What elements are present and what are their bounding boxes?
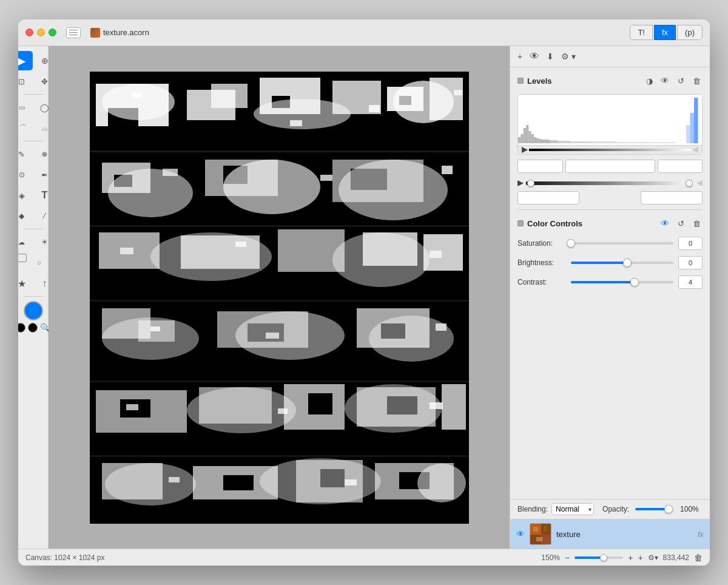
add-layer-icon[interactable]: +: [638, 553, 642, 563]
svg-point-47: [235, 311, 345, 360]
svg-rect-98: [531, 134, 534, 143]
levels-mid-input[interactable]: 0.01: [565, 160, 655, 173]
main-area: ▶ ⊕ ⊡ ✥ ▭ ◯ ⌒ ⌓ ✎ ✵ ⊙ ✒: [18, 46, 710, 549]
zoom-slider-track[interactable]: [575, 556, 623, 559]
svg-rect-80: [442, 166, 453, 174]
texture-image: [90, 72, 469, 524]
select-tool[interactable]: ▶: [18, 51, 33, 70]
svg-rect-75: [290, 120, 302, 126]
saturation-slider[interactable]: [571, 242, 673, 245]
levels-min-input[interactable]: 0: [517, 160, 563, 173]
brightness-slider[interactable]: [571, 262, 673, 264]
levels-reset-icon[interactable]: ↺: [675, 75, 687, 87]
color-controls-filter-icons: 👁 ↺ 🗑: [659, 217, 703, 229]
blend-mode-select-wrapper[interactable]: Normal Multiply Screen Overlay ▾: [551, 503, 594, 515]
layer-visibility-icon[interactable]: 👁: [516, 529, 525, 539]
brush-tool[interactable]: ✎: [18, 144, 33, 164]
svg-rect-36: [90, 300, 469, 302]
levels-output-min[interactable]: 0: [517, 191, 579, 205]
opacity-slider-handle[interactable]: [664, 505, 673, 513]
zoom-slider-handle[interactable]: [600, 554, 607, 561]
svg-rect-86: [436, 323, 447, 331]
svg-rect-61: [90, 455, 469, 457]
tab-p[interactable]: (p): [677, 25, 703, 40]
svg-rect-109: [649, 142, 675, 143]
ellipse-shape-tool[interactable]: ○: [29, 253, 50, 272]
levels-filter-icons: ◑ 👁 ↺ 🗑: [643, 75, 703, 87]
svg-rect-112: [686, 125, 690, 143]
contrast-slider-handle[interactable]: [630, 278, 639, 286]
svg-rect-108: [616, 142, 649, 143]
brightness-slider-handle[interactable]: [623, 259, 632, 267]
svg-rect-99: [534, 137, 536, 143]
color-controls-toggle[interactable]: [517, 220, 524, 226]
lasso-tool[interactable]: ⌒: [18, 118, 33, 138]
levels-left-handle[interactable]: [522, 147, 528, 153]
blend-mode-select[interactable]: Normal Multiply Screen Overlay: [551, 503, 594, 515]
fill-tool[interactable]: ◈: [18, 186, 33, 205]
layer-item[interactable]: 👁 texture fx: [510, 519, 710, 549]
svg-rect-118: [536, 537, 542, 541]
output-left-handle[interactable]: [517, 180, 524, 186]
settings-icon[interactable]: ⚙ ▾: [561, 52, 576, 61]
opacity-slider-track[interactable]: [635, 508, 672, 510]
svg-rect-103: [544, 140, 550, 143]
levels-right-handle[interactable]: [692, 147, 698, 153]
eye-icon[interactable]: 👁: [530, 51, 539, 62]
minimize-button[interactable]: [37, 29, 45, 36]
layer-fx-label[interactable]: fx: [698, 530, 704, 539]
svg-rect-49: [90, 380, 469, 382]
levels-halfcircle-icon[interactable]: ◑: [643, 75, 655, 87]
sidebar-toggle-button[interactable]: [66, 27, 81, 38]
saturation-slider-handle[interactable]: [567, 239, 575, 248]
svg-rect-74: [132, 93, 141, 98]
blur-tool[interactable]: ☁: [18, 232, 33, 252]
maximize-button[interactable]: [49, 29, 56, 36]
primary-color-swatch[interactable]: [24, 301, 43, 320]
crop-tool[interactable]: ⊡: [18, 72, 33, 91]
color-controls-header: Color Controls 👁 ↺ 🗑: [517, 215, 703, 232]
delete-icon-bottom[interactable]: 🗑: [694, 553, 703, 563]
svg-rect-91: [345, 479, 357, 485]
rect-select-tool[interactable]: ▭: [18, 98, 33, 117]
svg-rect-105: [558, 141, 571, 143]
tab-fx[interactable]: fx: [654, 25, 676, 40]
svg-point-24: [108, 169, 193, 217]
brightness-row: Brightness: 0: [517, 256, 703, 269]
levels-toggle[interactable]: [517, 78, 524, 84]
output-right-handle[interactable]: [696, 180, 703, 186]
close-button[interactable]: [25, 29, 33, 36]
cc-reset-icon[interactable]: ↺: [675, 217, 687, 229]
levels-eye-icon[interactable]: 👁: [659, 75, 671, 87]
cc-delete-icon[interactable]: 🗑: [690, 217, 703, 229]
dot-icon: ·: [28, 323, 38, 333]
rect-shape-tool[interactable]: [18, 254, 27, 262]
star-tool[interactable]: ★: [18, 274, 33, 293]
zoom-plus-icon[interactable]: +: [628, 553, 633, 563]
contrast-slider[interactable]: [571, 281, 673, 283]
settings-icon-bottom[interactable]: ⚙▾: [648, 553, 658, 562]
add-filter-icon[interactable]: +: [517, 52, 522, 61]
zoom-minus-icon[interactable]: −: [565, 553, 570, 563]
svg-point-46: [102, 317, 199, 360]
svg-rect-102: [542, 140, 544, 143]
output-left-slider-handle[interactable]: [527, 180, 534, 187]
saturation-label: Saturation:: [517, 239, 566, 248]
cc-eye-icon[interactable]: 👁: [659, 217, 671, 229]
levels-delete-icon[interactable]: 🗑: [690, 75, 703, 87]
svg-point-11: [102, 84, 175, 120]
svg-rect-4: [211, 84, 248, 108]
svg-rect-78: [163, 169, 178, 176]
svg-rect-85: [266, 333, 279, 339]
output-right-slider-handle[interactable]: [686, 180, 693, 187]
shape-tool[interactable]: ◆: [18, 206, 33, 226]
statusbar-right: 150% − + + ⚙▾ 833,442 🗑: [541, 553, 703, 563]
histogram-svg: [518, 95, 702, 143]
black-color[interactable]: [18, 323, 25, 333]
download-icon[interactable]: ⬇: [547, 52, 554, 61]
eyedrop-tool[interactable]: ⊙: [18, 165, 33, 184]
levels-max-input[interactable]: 1: [658, 160, 703, 173]
levels-output-max[interactable]: 1: [641, 191, 703, 205]
tab-tools[interactable]: T!: [630, 25, 653, 40]
svg-rect-97: [528, 131, 531, 143]
